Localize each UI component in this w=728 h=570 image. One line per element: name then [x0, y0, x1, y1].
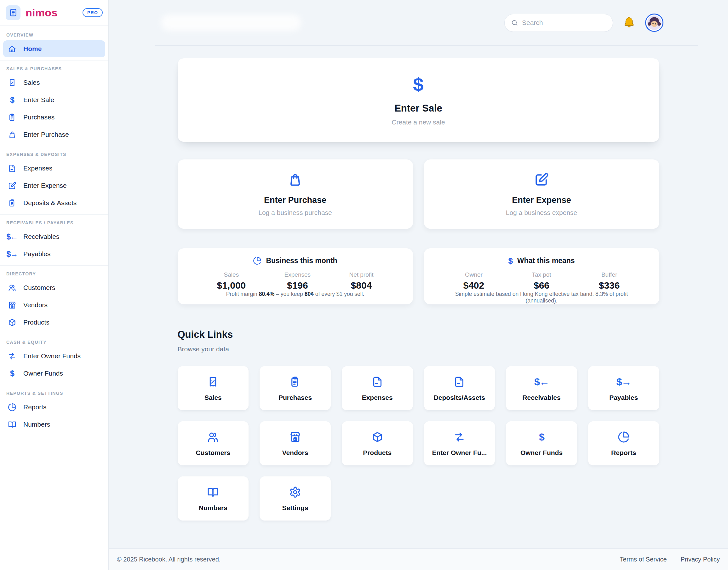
stat-buffer: Buffer$336: [599, 271, 620, 291]
quick-link-vendors[interactable]: Vendors: [260, 421, 331, 466]
stat-card-footnote: Profit margin 80.4% – you keep 80¢ of ev…: [194, 291, 397, 297]
edit-icon: [8, 182, 16, 190]
enter-sale-card[interactable]: $ Enter Sale Create a new sale: [178, 58, 659, 142]
tile-icon-wrap: [289, 430, 301, 444]
search-box[interactable]: [504, 14, 613, 32]
app-root: nimos PRO OVERVIEWHomeSALES & PURCHASESS…: [0, 0, 728, 570]
tile-icon-wrap: [207, 375, 219, 389]
pie-chart-icon: [8, 403, 16, 411]
nav-icon-wrap: [7, 113, 17, 121]
sidebar-item-enter-owner-funds[interactable]: Enter Owner Funds: [3, 347, 105, 364]
quick-link-expenses[interactable]: Expenses: [342, 366, 413, 410]
sidebar-item-enter-expense[interactable]: Enter Expense: [3, 177, 105, 194]
file-icon: [453, 376, 465, 388]
tile-icon-wrap: [289, 485, 301, 499]
tile-icon-wrap: [207, 430, 219, 444]
stat-label: Buffer: [599, 271, 620, 278]
clipboard-icon: [8, 113, 16, 121]
sidebar-item-customers[interactable]: Customers: [3, 279, 105, 296]
quick-link-deposits-assets[interactable]: Deposits/Assets: [424, 366, 495, 410]
sidebar-item-enter-sale[interactable]: $Enter Sale: [3, 91, 105, 108]
app-logo[interactable]: [6, 5, 20, 20]
enter-sale-card-title: Enter Sale: [394, 103, 442, 114]
tile-icon-wrap: [289, 375, 301, 389]
main-area: $ Enter Sale Create a new sale Enter Pur…: [109, 0, 728, 570]
sidebar-item-products[interactable]: Products: [3, 314, 105, 331]
sidebar-section-label: CASH & EQUITY: [0, 335, 108, 347]
sidebar-item-purchases[interactable]: Purchases: [3, 109, 105, 126]
quick-link-payables[interactable]: $→Payables: [588, 366, 659, 410]
dollar-icon: $: [539, 432, 544, 442]
sidebar-item-home[interactable]: Home: [3, 40, 105, 57]
quick-link-owner-funds[interactable]: $Owner Funds: [506, 421, 577, 466]
sidebar-item-label: Purchases: [23, 113, 54, 121]
sidebar-item-label: Reports: [23, 403, 47, 411]
what-this-means-card: $What this meansOwner$402Tax pot$66Buffe…: [424, 248, 659, 304]
quick-link-sales[interactable]: Sales: [178, 366, 249, 410]
stat-label: Tax pot: [532, 271, 551, 278]
quick-link-customers[interactable]: Customers: [178, 421, 249, 466]
quick-link-enter-owner-fu[interactable]: Enter Owner Fu...: [424, 421, 495, 466]
tile-label: Reports: [611, 449, 636, 457]
tile-icon-wrap: $→: [617, 375, 631, 389]
footer-link-privacy-policy[interactable]: Privacy Policy: [681, 556, 720, 563]
box-icon: [8, 318, 16, 327]
nav-icon-wrap: [7, 284, 17, 292]
shopping-bag-icon: [8, 130, 16, 139]
quick-link-reports[interactable]: Reports: [588, 421, 659, 466]
receipt-icon: [8, 78, 16, 87]
notification-bell-button[interactable]: [623, 15, 636, 30]
shopping-bag-icon: [288, 172, 303, 187]
nav-icon-wrap: [7, 182, 17, 190]
nav-icon-wrap: [7, 420, 17, 429]
sidebar-header: nimos PRO: [0, 0, 108, 25]
sidebar-item-label: Sales: [23, 79, 40, 86]
stat-label: Sales: [217, 271, 246, 278]
tile-label: Sales: [205, 394, 222, 401]
sidebar-item-payables[interactable]: $→Payables: [3, 246, 105, 262]
quick-link-purchases[interactable]: Purchases: [260, 366, 331, 410]
sidebar-section-cash-equity: CASH & EQUITYEnter Owner Funds$Owner Fun…: [0, 334, 108, 385]
stat-card-header: $What this means: [440, 257, 644, 265]
sidebar-item-reports[interactable]: Reports: [3, 398, 105, 415]
sidebar-item-deposits-assets[interactable]: Deposits & Assets: [3, 195, 105, 212]
sidebar-section-label: OVERVIEW: [0, 28, 108, 40]
stat-value: $196: [285, 280, 311, 291]
user-avatar[interactable]: [645, 14, 663, 32]
dollar-icon: $: [508, 257, 512, 265]
sidebar-item-receivables[interactable]: $←Receivables: [3, 228, 105, 245]
quick-link-receivables[interactable]: $←Receivables: [506, 366, 577, 410]
tile-label: Customers: [196, 449, 230, 457]
quick-link-products[interactable]: Products: [342, 421, 413, 466]
quick-link-numbers[interactable]: Numbers: [178, 477, 249, 521]
sidebar-item-enter-purchase[interactable]: Enter Purchase: [3, 126, 105, 143]
sidebar-section-label: SALES & PURCHASES: [0, 62, 108, 74]
nav-icon-wrap: $←: [7, 233, 17, 241]
tile-label: Payables: [609, 394, 638, 401]
sidebar-item-expenses[interactable]: Expenses: [3, 160, 105, 177]
enter-expense-card[interactable]: Enter ExpenseLog a business expense: [424, 160, 659, 229]
tile-icon-wrap: [371, 430, 383, 444]
sidebar-item-numbers[interactable]: Numbers: [3, 416, 105, 433]
swap-icon: [8, 352, 16, 360]
pie-chart-icon: [253, 257, 262, 265]
footer-link-terms-of-service[interactable]: Terms of Service: [620, 556, 667, 563]
sidebar-item-owner-funds[interactable]: $Owner Funds: [3, 365, 105, 382]
sidebar-item-vendors[interactable]: Vendors: [3, 296, 105, 313]
bell-icon: [623, 15, 636, 29]
quick-link-settings[interactable]: Settings: [260, 477, 331, 521]
stat-net-profit: Net profit$804: [349, 271, 373, 291]
sidebar-item-sales[interactable]: Sales: [3, 74, 105, 91]
stat-card-footnote: Simple estimate based on Hong Kong effec…: [440, 291, 644, 304]
search-input[interactable]: [522, 19, 607, 26]
dollar-out-icon: $→: [617, 377, 631, 387]
enter-purchase-card[interactable]: Enter PurchaseLog a business purchase: [178, 160, 413, 229]
store-icon: [289, 431, 301, 443]
book-open-icon: [8, 420, 16, 429]
sidebar-item-label: Deposits & Assets: [23, 199, 76, 207]
quick-links-title: Quick Links: [178, 329, 659, 340]
book-open-icon: [207, 486, 219, 498]
dollar-out-icon: $→: [7, 250, 18, 258]
stat-value: $804: [349, 280, 373, 291]
dollar-icon: $: [10, 96, 14, 104]
